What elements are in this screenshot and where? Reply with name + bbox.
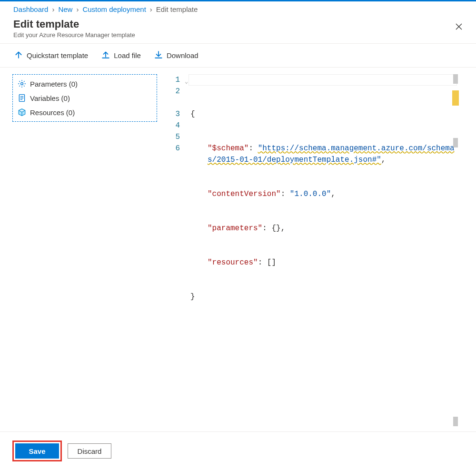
scroll-thumb[interactable] (453, 138, 458, 147)
discard-button[interactable]: Discard (68, 443, 111, 459)
document-icon (18, 94, 26, 102)
code-token: "contentVersion" (208, 190, 281, 198)
tree-item-parameters[interactable]: Parameters (0) (13, 77, 157, 91)
current-line-highlight (188, 74, 457, 86)
quickstart-template-button[interactable]: Quickstart template (13, 49, 89, 62)
tree-item-resources[interactable]: Resources (0) (13, 105, 157, 119)
close-icon (455, 23, 463, 33)
breadcrumb-separator: › (150, 5, 152, 13)
code-token: { (190, 110, 195, 118)
download-icon (154, 50, 163, 60)
breadcrumb-current: Edit template (156, 5, 198, 13)
svg-point-0 (21, 83, 23, 85)
save-button[interactable]: Save (15, 443, 59, 459)
code-token: : (281, 190, 290, 198)
toolbar-label: Load file (114, 51, 141, 59)
breadcrumb-separator: › (76, 5, 79, 13)
scroll-warning-marker[interactable] (452, 90, 459, 106)
line-number: 5 (167, 131, 180, 143)
code-token: "parameters" (208, 224, 262, 233)
scroll-thumb[interactable] (453, 74, 458, 84)
code-token: , (281, 224, 286, 233)
gear-icon (18, 79, 26, 88)
code-token: , (331, 190, 336, 198)
upload-icon (101, 50, 110, 60)
tree-item-label: Resources (0) (30, 108, 75, 117)
template-tree: Parameters (0) Variables (0) Resources (… (12, 74, 157, 122)
code-area[interactable]: { "$schema": "https://schema.management.… (188, 74, 457, 426)
line-number: 6 (167, 143, 180, 154)
code-token: : (248, 144, 258, 153)
breadcrumb-new[interactable]: New (58, 5, 72, 13)
download-button[interactable]: Download (153, 49, 199, 62)
line-number: 4 (167, 120, 180, 131)
content-area: Parameters (0) Variables (0) Resources (… (0, 68, 476, 427)
page-title: Edit template (13, 18, 463, 30)
code-token: [] (267, 258, 276, 267)
page-subtitle: Edit your Azure Resource Manager templat… (13, 31, 463, 39)
line-number: 2 (167, 86, 180, 108)
code-token: "1.0.0.0" (290, 190, 331, 198)
breadcrumb-dashboard[interactable]: Dashboard (13, 5, 48, 13)
fold-caret-icon[interactable]: ⌄ (185, 76, 188, 88)
scroll-track (452, 74, 459, 426)
toolbar-label: Quickstart template (27, 51, 88, 59)
tree-item-label: Variables (0) (30, 94, 70, 102)
footer-actions: Save Discard (0, 431, 476, 470)
line-number: 1 (167, 74, 180, 86)
save-highlight-box: Save (12, 441, 62, 461)
close-button[interactable] (452, 21, 466, 34)
code-token: : (258, 258, 267, 267)
line-number-gutter: 1 2 3 4 5 6 ⌄ (167, 74, 188, 426)
code-token: "resources" (208, 258, 258, 267)
code-token: "$schema" (208, 144, 248, 153)
vertical-scrollbar[interactable] (452, 74, 459, 426)
arrow-up-icon (14, 50, 23, 60)
cube-icon (18, 108, 26, 117)
scroll-thumb[interactable] (453, 417, 458, 426)
tree-item-label: Parameters (0) (30, 80, 78, 88)
code-token: , (381, 156, 386, 164)
toolbar: Quickstart template Load file Download (0, 44, 476, 68)
code-token: } (190, 293, 195, 301)
toolbar-label: Download (167, 51, 198, 59)
breadcrumb: Dashboard › New › Custom deployment › Ed… (0, 1, 476, 16)
code-editor[interactable]: 1 2 3 4 5 6 ⌄ { "$schema": "https://sche… (167, 74, 464, 427)
line-number: 3 (167, 108, 180, 120)
load-file-button[interactable]: Load file (100, 49, 142, 62)
blade-header: Edit template Edit your Azure Resource M… (0, 16, 476, 44)
tree-item-variables[interactable]: Variables (0) (13, 91, 157, 105)
code-token: : (262, 224, 271, 233)
breadcrumb-separator: › (52, 5, 54, 13)
code-token: {} (271, 224, 280, 233)
breadcrumb-custom-deployment[interactable]: Custom deployment (82, 5, 146, 13)
